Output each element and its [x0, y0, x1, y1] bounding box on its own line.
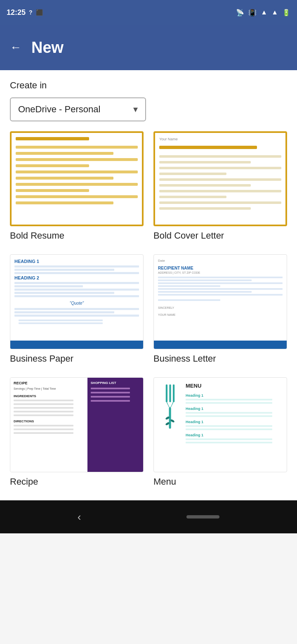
svg-rect-3: [169, 407, 171, 429]
recipe-label: Recipe: [10, 476, 144, 487]
time-display: 12:25: [7, 8, 26, 17]
recipe-thumbnail: RECIPE Servings | Prep Time | Total Time…: [10, 377, 144, 472]
nav-home-pill[interactable]: [186, 515, 219, 519]
status-bar-right: 📡 📳 ▲ ▲ 🔋: [236, 9, 290, 17]
dropdown-value: OneDrive - Personal: [18, 104, 100, 115]
bl-addr: ADDRESS | CITY, ST ZIP CODE: [158, 271, 283, 274]
nav-bar: ‹: [0, 500, 297, 533]
template-menu[interactable]: MENU Heading 1 Heading 1 Heading 1 Headi…: [153, 377, 287, 489]
create-in-label: Create in: [10, 80, 287, 91]
screenshot-icon: ⬛: [36, 9, 43, 16]
menu-heading2: Heading 1: [186, 407, 282, 411]
template-business-paper[interactable]: HEADING 1 HEADING 2 "Quote": [10, 254, 144, 366]
business-letter-thumbnail: Date RECIPIENT NAME ADDRESS | CITY, ST Z…: [153, 254, 287, 349]
bl-date: Date: [158, 259, 283, 263]
bold-resume-label: Bold Resume: [10, 230, 144, 241]
signal-icon: ?: [29, 9, 33, 16]
bold-cover-label: Bold Cover Letter: [153, 230, 287, 241]
menu-title: MENU: [186, 383, 282, 389]
business-letter-label: Business Letter: [153, 353, 287, 364]
chevron-down-icon: ▾: [133, 104, 138, 115]
recipe-left-col: RECIPE Servings | Prep Time | Total Time…: [10, 378, 87, 472]
svg-rect-0: [166, 384, 167, 402]
location-dropdown[interactable]: OneDrive - Personal ▾: [10, 97, 146, 121]
bp-quote: "Quote": [14, 301, 139, 305]
menu-heading3: Heading 1: [186, 420, 282, 424]
shopping-list-title: SHOPPING LIST: [91, 381, 140, 385]
menu-heading4: Heading 1: [186, 433, 282, 437]
recipe-title: RECIPE: [14, 381, 84, 385]
header: ← New: [0, 25, 297, 70]
main-content: Create in OneDrive - Personal ▾ Bold Res…: [0, 70, 297, 500]
signal-strength-icon: ▲: [271, 9, 278, 16]
fork-icon: [161, 383, 179, 432]
bold-resume-thumbnail: [10, 131, 144, 226]
menu-heading1: Heading 1: [186, 393, 282, 398]
battery-icon: 🔋: [282, 9, 290, 17]
bp-heading2: HEADING 2: [14, 275, 139, 280]
bp-footer-bar: [10, 341, 143, 349]
nav-back-button[interactable]: ‹: [78, 511, 81, 523]
recipe-subtitle: Servings | Prep Time | Total Time: [14, 387, 84, 390]
menu-thumbnail: MENU Heading 1 Heading 1 Heading 1 Headi…: [153, 377, 287, 472]
business-paper-label: Business Paper: [10, 353, 144, 364]
business-paper-thumbnail: HEADING 1 HEADING 2 "Quote": [10, 254, 144, 349]
recipe-right-col: SHOPPING LIST: [87, 378, 143, 472]
recipe-directions-heading: DIRECTIONS: [14, 419, 84, 423]
recipe-ingredients-heading: INGREDIENTS: [14, 394, 84, 398]
vibrate-icon: 📳: [248, 9, 257, 17]
template-bold-resume[interactable]: Bold Resume: [10, 131, 144, 243]
template-recipe[interactable]: RECIPE Servings | Prep Time | Total Time…: [10, 377, 144, 489]
bl-footer-bar: [154, 341, 287, 349]
cover-name-tag: Your Name: [159, 137, 281, 141]
cast-icon: 📡: [236, 9, 244, 17]
status-bar: 12:25 ? ⬛ 📡 📳 ▲ ▲ 🔋: [0, 0, 297, 25]
bp-heading1: HEADING 1: [14, 259, 139, 264]
bold-cover-thumbnail: Your Name: [153, 131, 287, 226]
wifi-icon: ▲: [261, 9, 267, 16]
template-bold-cover-letter[interactable]: Your Name Bold Cover Letter: [153, 131, 287, 243]
menu-label: Menu: [153, 476, 287, 487]
templates-grid: Bold Resume Your Name Bold Cover Letter: [10, 131, 287, 500]
svg-rect-2: [173, 384, 174, 402]
bl-recipient: RECIPIENT NAME: [158, 266, 283, 270]
menu-text-column: MENU Heading 1 Heading 1 Heading 1 Headi…: [186, 383, 282, 444]
menu-fork-column: [159, 383, 182, 432]
page-title: New: [31, 39, 64, 57]
svg-rect-1: [169, 384, 171, 402]
template-business-letter[interactable]: Date RECIPIENT NAME ADDRESS | CITY, ST Z…: [153, 254, 287, 366]
status-bar-left: 12:25 ? ⬛: [7, 8, 43, 17]
back-button[interactable]: ←: [10, 41, 21, 54]
